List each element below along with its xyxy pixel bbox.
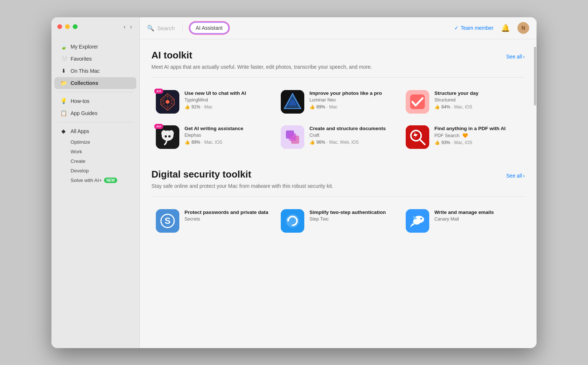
app-icon-wrap [406, 125, 429, 149]
app-name: TypingMind [184, 97, 270, 103]
leaf-icon: 🍃 [60, 43, 67, 50]
app-info: Find anything in a PDF with AI PDF Searc… [434, 125, 520, 146]
app-card-elephas[interactable]: AI+ Get AI writing assistance Elephas 👍 … [151, 120, 275, 154]
sidebar-item-how-tos[interactable]: 💡 How-tos [54, 95, 136, 107]
ai-assistant-pill[interactable]: AI Assistant [190, 22, 229, 33]
fullscreen-button[interactable] [73, 24, 78, 29]
thumbs-up-icon: 👍 [184, 140, 190, 145]
app-rating: 👍 89% · Mac, iOS [184, 140, 270, 145]
section-header: Digital security toolkit See all › [151, 169, 525, 180]
sidebar-subitem-optimize[interactable]: Optimize [54, 137, 136, 147]
scrollbar-track [534, 39, 537, 348]
app-rating: 👍 89% · Mac [309, 104, 395, 110]
rating-value: 96% [316, 140, 325, 145]
app-info: Get AI writing assistance Elephas 👍 89% … [184, 125, 270, 145]
app-card-secrets[interactable]: S Protect passwords and private data Sec… [151, 204, 275, 238]
avatar-initial: N [521, 25, 525, 31]
search-icon: 🔍 [147, 25, 154, 32]
section-description: Meet AI apps that are actually useful. W… [151, 64, 525, 70]
app-info: Improve your photos like a pro Luminar N… [309, 90, 395, 110]
content-area: AI toolkit See all › Meet AI apps that a… [140, 39, 537, 348]
traffic-lights [57, 24, 78, 29]
app-card-structured[interactable]: Structure your day Structured 👍 84% · Ma… [401, 85, 525, 119]
app-info: Structure your day Structured 👍 84% · Ma… [434, 90, 520, 110]
folder-icon: 📁 [60, 80, 67, 86]
section-divider [151, 77, 525, 78]
sidebar-item-label: Collections [71, 80, 98, 86]
svg-text:S: S [165, 216, 171, 226]
app-name: Canary Mail [434, 217, 520, 222]
app-description: Structure your day [434, 90, 520, 97]
ai-toolkit-section: AI toolkit See all › Meet AI apps that a… [151, 50, 525, 154]
sidebar-subitem-create[interactable]: Create [54, 157, 136, 166]
app-card-luminar[interactable]: Improve your photos like a pro Luminar N… [276, 85, 400, 119]
app-info: Protect passwords and private data Secre… [184, 209, 270, 224]
book-icon: 📋 [60, 110, 67, 117]
app-info: Use new UI to chat with AI TypingMind 👍 … [184, 90, 270, 110]
sidebar-top: ‹ › [51, 17, 139, 36]
topbar-divider [182, 24, 183, 32]
app-icon-wrap: AI+ [156, 90, 179, 114]
app-name: PDF Search 🧡 [434, 133, 520, 138]
svg-rect-23 [406, 125, 429, 149]
app-icon-wrap [406, 209, 429, 233]
team-member-button[interactable]: ✓ Team member [454, 25, 494, 31]
sidebar-item-collections[interactable]: 📁 Collections [54, 77, 136, 89]
search-area[interactable]: 🔍 Search [147, 25, 175, 32]
thumbs-up-icon: 👍 [309, 140, 315, 145]
platform-label: · Mac, Web, iOS [327, 140, 359, 145]
app-icon-wrap [281, 90, 304, 114]
main-window: ‹ › 🍃 My Explorer 🤍 Favorites ⬇ On This … [51, 17, 537, 348]
svg-point-6 [166, 100, 169, 104]
thumbs-up-icon: 👍 [434, 140, 440, 145]
heart-favorite-icon: 🧡 [462, 133, 468, 138]
app-info: Create and structure documents Craft 👍 9… [309, 125, 395, 145]
app-card-steptwo[interactable]: Simplify two-step authentication Step Tw… [276, 204, 400, 238]
app-card-craft[interactable]: Create and structure documents Craft 👍 9… [276, 120, 400, 154]
pdfsearch-icon [406, 125, 429, 149]
app-card-typingmind[interactable]: AI+ Use new UI to chat with AI TypingMin… [151, 85, 275, 119]
craft-icon [281, 125, 304, 149]
app-grid: S Protect passwords and private data Sec… [151, 204, 525, 238]
close-button[interactable] [57, 24, 62, 29]
thumbs-up-icon: 👍 [184, 104, 190, 110]
sidebar-item-on-this-mac[interactable]: ⬇ On This Mac [54, 65, 136, 77]
minimize-button[interactable] [65, 24, 70, 29]
app-name: Secrets [184, 217, 270, 222]
app-name: Craft [309, 133, 395, 138]
sidebar-item-label: App Guides [71, 110, 97, 116]
see-all-button[interactable]: See all › [506, 173, 525, 179]
notifications-button[interactable]: 🔔 [499, 22, 512, 34]
sidebar-subitem-label: Develop [71, 168, 89, 173]
rating-value: 93% [441, 140, 450, 145]
sidebar-subitem-work[interactable]: Work [54, 147, 136, 156]
sidebar-item-my-explorer[interactable]: 🍃 My Explorer [54, 41, 136, 53]
avatar[interactable]: N [517, 22, 529, 34]
app-info: Simplify two-step authentication Step Tw… [309, 209, 395, 224]
back-button[interactable]: ‹ [122, 23, 127, 31]
app-description: Get AI writing assistance [184, 125, 270, 132]
sidebar: ‹ › 🍃 My Explorer 🤍 Favorites ⬇ On This … [51, 17, 140, 348]
app-description: Use new UI to chat with AI [184, 90, 270, 97]
svg-point-35 [413, 219, 420, 225]
sidebar-item-all-apps[interactable]: ◆ All Apps [54, 125, 136, 137]
app-rating: 👍 91% · Mac [184, 104, 270, 110]
app-card-canarymail[interactable]: Write and manage emails Canary Mail [401, 204, 525, 238]
section-header: AI toolkit See all › [151, 50, 525, 61]
app-card-pdfsearch[interactable]: Find anything in a PDF with AI PDF Searc… [401, 120, 525, 154]
see-all-button[interactable]: See all › [506, 54, 525, 60]
app-rating: 👍 84% · Mac, iOS [434, 104, 520, 110]
platform-label: · Mac [327, 104, 337, 110]
forward-button[interactable]: › [129, 23, 133, 31]
scrollbar-thumb[interactable] [534, 47, 536, 105]
checkmark-icon: ✓ [454, 25, 459, 31]
sidebar-item-favorites[interactable]: 🤍 Favorites [54, 53, 136, 65]
app-description: Create and structure documents [309, 125, 395, 132]
sidebar-item-label: Favorites [71, 56, 92, 62]
new-badge: NEW [104, 178, 117, 183]
sidebar-subitem-develop[interactable]: Develop [54, 166, 136, 175]
sidebar-subitem-solve-with-ai[interactable]: Solve with AI+ NEW [54, 176, 136, 185]
app-icon-wrap: AI+ [156, 125, 179, 149]
app-icon-wrap [281, 125, 304, 149]
sidebar-item-app-guides[interactable]: 📋 App Guides [54, 107, 136, 119]
